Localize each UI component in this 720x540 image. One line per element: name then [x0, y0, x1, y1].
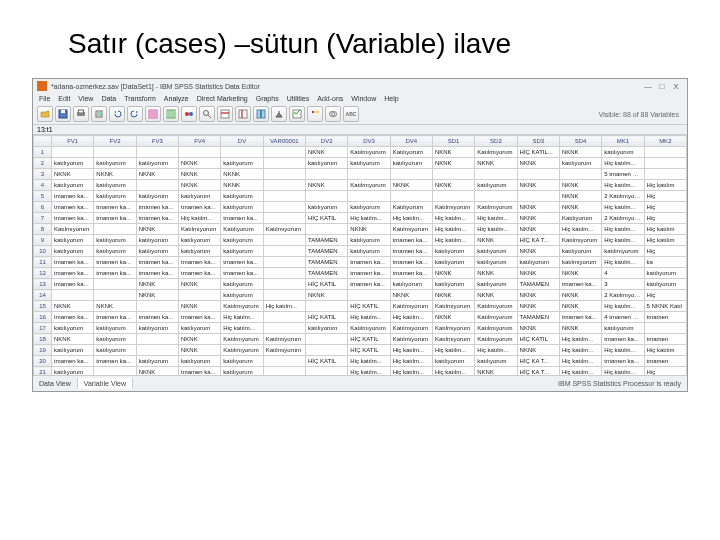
data-cell[interactable]: katılıyorum	[305, 158, 347, 169]
data-cell[interactable]: Hiç katılm...	[348, 312, 390, 323]
tab-variable-view[interactable]: Variable View	[78, 378, 133, 389]
data-cell[interactable]	[263, 246, 305, 257]
data-cell[interactable]: Katılıyorum	[390, 202, 432, 213]
data-cell[interactable]: Katılıyorum	[559, 213, 601, 224]
data-cell[interactable]	[305, 169, 347, 180]
data-cell[interactable]: NKNK	[390, 180, 432, 191]
data-cell[interactable]: Katılmıyorum	[390, 334, 432, 345]
data-cell[interactable]: NKNK	[432, 158, 474, 169]
data-cell[interactable]: HİÇ KATIL	[348, 345, 390, 356]
data-cell[interactable]	[263, 257, 305, 268]
data-cell[interactable]: katılıyorum	[559, 246, 601, 257]
data-cell[interactable]: Katılmıyorum	[432, 301, 474, 312]
data-cell[interactable]: HİÇ KATIL	[305, 356, 347, 367]
data-cell[interactable]: NKNK	[94, 301, 136, 312]
row-number[interactable]: 20	[34, 356, 52, 367]
data-cell[interactable]: Hiç katılım	[644, 235, 686, 246]
data-cell[interactable]: Katılmıyorum	[348, 147, 390, 158]
column-header[interactable]: DV	[221, 136, 263, 147]
column-header[interactable]: FV3	[136, 136, 178, 147]
data-cell[interactable]	[52, 290, 94, 301]
column-header[interactable]: DV3	[348, 136, 390, 147]
data-cell[interactable]: NKNK	[178, 169, 220, 180]
data-cell[interactable]: tmamen ka...	[52, 202, 94, 213]
table-row[interactable]: 2katılıyorumkatılıyorumkatılıyorumNKNKka…	[34, 158, 687, 169]
data-cell[interactable]: katılıyorum	[221, 191, 263, 202]
data-cell[interactable]: Katılmıyorum	[432, 334, 474, 345]
data-cell[interactable]: NKNK	[517, 268, 559, 279]
row-number[interactable]: 5	[34, 191, 52, 202]
data-cell[interactable]	[221, 147, 263, 158]
data-cell[interactable]	[559, 169, 601, 180]
data-cell[interactable]: NKNK	[559, 147, 601, 158]
data-cell[interactable]	[517, 191, 559, 202]
column-header[interactable]: DV4	[390, 136, 432, 147]
menu-data[interactable]: Data	[101, 95, 116, 102]
data-cell[interactable]: katılıyorum	[348, 158, 390, 169]
data-cell[interactable]	[136, 345, 178, 356]
data-cell[interactable]: NKNK	[305, 180, 347, 191]
table-row[interactable]: 8KatılmıyorumNKNKKatılmıyorumKatılıyorum…	[34, 224, 687, 235]
table-row[interactable]: 20tmamen ka...tmamen ka...katılıyorumkat…	[34, 356, 687, 367]
data-cell[interactable]: katılıyorum	[432, 279, 474, 290]
data-cell[interactable]: tmamen ka...	[348, 279, 390, 290]
data-cell[interactable]: HİÇ KA T...	[517, 367, 559, 376]
menu-direct-marketing[interactable]: Direct Marketing	[197, 95, 248, 102]
data-cell[interactable]: NKNK	[517, 246, 559, 257]
data-cell[interactable]: NKNK	[475, 158, 517, 169]
data-cell[interactable]: Katılmıyorum	[348, 180, 390, 191]
data-cell[interactable]: Hiç katılm...	[432, 224, 474, 235]
value-labels-icon[interactable]	[307, 106, 323, 122]
data-cell[interactable]: Hiç	[644, 246, 686, 257]
data-cell[interactable]: TAMAMEN	[305, 246, 347, 257]
data-cell[interactable]: HİÇ KATIL...	[517, 147, 559, 158]
data-cell[interactable]: Hiç katılm...	[390, 356, 432, 367]
data-cell[interactable]: Katılmıyorum	[475, 301, 517, 312]
table-row[interactable]: 21katılıyorumNKNKtmamen ka...katılıyorum…	[34, 367, 687, 376]
data-cell[interactable]: tmamen ka...	[178, 312, 220, 323]
tab-data-view[interactable]: Data View	[33, 378, 78, 389]
data-cell[interactable]: katılıyorum	[221, 367, 263, 376]
data-cell[interactable]: katılıyorum	[475, 180, 517, 191]
data-cell[interactable]	[94, 147, 136, 158]
data-cell[interactable]: katılıyorum	[475, 279, 517, 290]
data-cell[interactable]: NKNK	[178, 334, 220, 345]
data-cell[interactable]: HİÇ KA T...	[517, 356, 559, 367]
data-cell[interactable]: katılıyorum	[94, 158, 136, 169]
data-cell[interactable]	[263, 235, 305, 246]
data-cell[interactable]: katılıyorum	[390, 158, 432, 169]
data-cell[interactable]: Hiç katılm...	[559, 356, 601, 367]
data-cell[interactable]: katılıyorum	[52, 246, 94, 257]
data-cell[interactable]: Hiç katılm...	[390, 367, 432, 376]
data-cell[interactable]: katılıyorum	[136, 191, 178, 202]
data-cell[interactable]: Katılmıyorum	[390, 224, 432, 235]
row-number[interactable]: 17	[34, 323, 52, 334]
data-cell[interactable]: Hiç katılm...	[432, 235, 474, 246]
weight-icon[interactable]	[271, 106, 287, 122]
data-cell[interactable]: NKNK	[517, 224, 559, 235]
data-cell[interactable]	[263, 356, 305, 367]
data-cell[interactable]: NKNK	[348, 224, 390, 235]
row-number[interactable]: 16	[34, 312, 52, 323]
data-cell[interactable]: 3	[602, 279, 644, 290]
data-cell[interactable]: NKNK	[432, 312, 474, 323]
data-cell[interactable]	[94, 367, 136, 376]
data-cell[interactable]: tmamen ka...	[178, 367, 220, 376]
find-icon[interactable]	[199, 106, 215, 122]
data-cell[interactable]: NKNK	[52, 301, 94, 312]
data-cell[interactable]: Hiç	[644, 191, 686, 202]
data-cell[interactable]: NKNK	[178, 180, 220, 191]
data-cell[interactable]: 5 tmamen ka...	[602, 169, 644, 180]
data-cell[interactable]: Hiç katılm...	[221, 323, 263, 334]
data-cell[interactable]: katılıyorum	[136, 158, 178, 169]
data-cell[interactable]	[263, 312, 305, 323]
data-cell[interactable]: tmamen ka...	[390, 268, 432, 279]
data-cell[interactable]	[263, 147, 305, 158]
data-cell[interactable]: katılıyorum	[52, 367, 94, 376]
data-cell[interactable]: TAMAMEN	[305, 257, 347, 268]
data-cell[interactable]: katılıyorum	[94, 235, 136, 246]
data-cell[interactable]	[305, 367, 347, 376]
data-cell[interactable]: HİÇ KATIL	[348, 301, 390, 312]
data-cell[interactable]: tmamen ka...	[390, 235, 432, 246]
data-cell[interactable]: katılıyorum	[221, 158, 263, 169]
